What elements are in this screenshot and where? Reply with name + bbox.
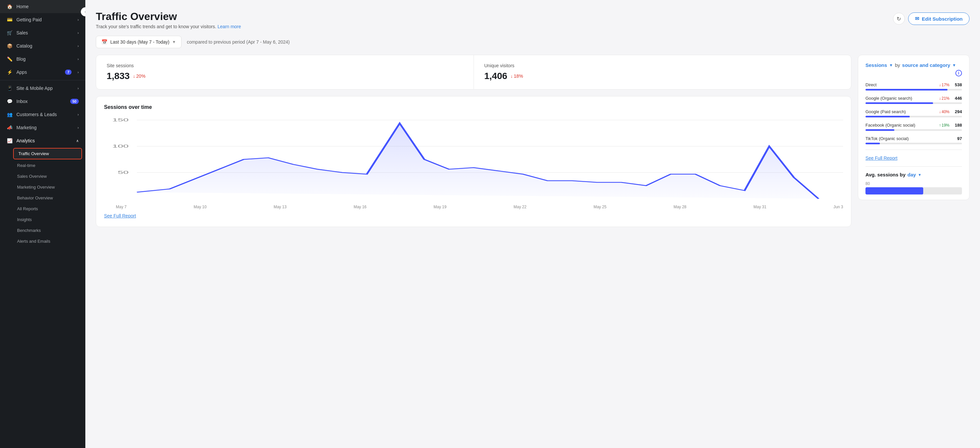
sub-item-label: Real-time [17, 163, 35, 168]
source-row-header: Google (Paid search) ↓ 40% 294 [865, 109, 962, 114]
compared-text: compared to previous period (Apr 7 - May… [187, 39, 290, 44]
x-label: May 13 [274, 205, 286, 209]
right-panel-header: Sessions ▼ by source and category ▼ i [865, 62, 962, 76]
by-label: by [895, 62, 900, 68]
sub-item-label: Benchmarks [17, 228, 41, 233]
source-row-header: Direct ↓ 17% 538 [865, 82, 962, 87]
chevron-right-icon: › [78, 126, 79, 130]
svg-text:50: 50 [118, 170, 129, 175]
sidebar-item-label: Getting Paid [16, 17, 42, 22]
apps-icon: ⚡ [6, 70, 13, 75]
sidebar-item-inbox[interactable]: 💬 Inbox 50 [0, 95, 85, 108]
sidebar-item-apps[interactable]: ⚡ Apps 7 › [0, 65, 85, 79]
x-label: May 31 [754, 205, 766, 209]
sidebar-sub-item-traffic-overview[interactable]: Traffic Overview [13, 148, 82, 159]
source-row-direct: Direct ↓ 17% 538 [865, 82, 962, 91]
sidebar-sub-item-alerts-emails[interactable]: Alerts and Emails [0, 236, 85, 247]
source-change: ↓ 40% [939, 110, 950, 114]
source-count: 294 [952, 109, 962, 114]
header-actions: ↻ ✉ Edit Subscription [893, 13, 969, 25]
avg-bar-fill [865, 187, 923, 194]
sidebar-item-home[interactable]: 🏠 Home [0, 0, 85, 13]
avg-value-label: 80 [865, 181, 962, 186]
main-content: Traffic Overview Track your site's traff… [85, 0, 980, 448]
page-title: Traffic Overview [96, 11, 241, 23]
source-bar-track [865, 143, 962, 144]
inbox-icon: 💬 [6, 99, 13, 104]
date-label: Last 30 days (May 7 - Today) [110, 39, 169, 44]
sub-item-label: All Reports [17, 206, 38, 211]
source-bar-fill [865, 116, 910, 118]
sidebar-item-label: Inbox [16, 99, 27, 104]
avg-bar-track [865, 187, 962, 194]
chevron-down-icon: ▼ [172, 40, 176, 44]
content-area: Traffic Overview Track your site's traff… [85, 0, 980, 448]
refresh-button[interactable]: ↻ [893, 13, 905, 25]
email-icon: ✉ [915, 16, 919, 22]
metric-card-sessions: Site sessions 1,833 ↓ 20% [96, 55, 474, 89]
sidebar-item-marketing[interactable]: 📣 Marketing › [0, 121, 85, 134]
avg-section-title: Avg. sessions by day ▼ [865, 172, 962, 178]
date-dropdown[interactable]: 📅 Last 30 days (May 7 - Today) ▼ [96, 36, 181, 48]
avg-title-label: Avg. sessions by [865, 172, 905, 178]
sidebar: ‹ 🏠 Home 💳 Getting Paid › 🛒 Sales › 📦 Ca… [0, 0, 85, 448]
sales-icon: 🛒 [6, 30, 13, 35]
sidebar-item-sales[interactable]: 🛒 Sales › [0, 26, 85, 39]
source-count: 188 [952, 123, 962, 127]
sidebar-item-customers-leads[interactable]: 👥 Customers & Leads › [0, 108, 85, 121]
sub-item-label: Insights [17, 217, 32, 222]
sessions-chart: 150 100 50 [104, 117, 843, 202]
customers-icon: 👥 [6, 112, 13, 117]
sidebar-sub-item-benchmarks[interactable]: Benchmarks [0, 225, 85, 236]
avg-day-dropdown[interactable]: day [907, 172, 916, 178]
chevron-right-icon: › [78, 57, 79, 61]
sidebar-item-analytics[interactable]: 📈 Analytics ∧ [0, 134, 85, 147]
source-name: TikTok (Organic social) [865, 136, 909, 141]
svg-text:100: 100 [112, 144, 129, 149]
catalog-icon: 📦 [6, 43, 13, 49]
source-bar-fill [865, 102, 933, 104]
getting-paid-icon: 💳 [6, 17, 13, 22]
sidebar-sub-item-real-time[interactable]: Real-time [0, 160, 85, 171]
learn-more-link[interactable]: Learn more [218, 24, 241, 29]
source-right: ↓ 40% 294 [939, 109, 962, 114]
page-header: Traffic Overview Track your site's traff… [96, 11, 969, 29]
source-bar-track [865, 102, 962, 104]
sidebar-item-label: Marketing [16, 125, 37, 130]
sidebar-item-blog[interactable]: ✏️ Blog › [0, 52, 85, 65]
sidebar-item-site-mobile[interactable]: 📱 Site & Mobile App › [0, 82, 85, 95]
category-dropdown-label[interactable]: source and category [902, 62, 950, 68]
chevron-right-icon: › [78, 113, 79, 116]
source-right: ↓ 17% 538 [939, 82, 962, 87]
source-count: 97 [952, 136, 962, 141]
sidebar-sub-item-all-reports[interactable]: All Reports [0, 203, 85, 214]
sub-item-label: Sales Overview [17, 174, 47, 179]
sidebar-item-catalog[interactable]: 📦 Catalog › [0, 39, 85, 52]
sidebar-item-getting-paid[interactable]: 💳 Getting Paid › [0, 13, 85, 26]
source-right: ↓ 21% 446 [939, 96, 962, 101]
source-bar-fill [865, 89, 948, 91]
info-icon[interactable]: i [955, 70, 962, 76]
source-row-tiktok: TikTok (Organic social) 97 [865, 136, 962, 144]
x-label: May 19 [434, 205, 446, 209]
arrow-down-icon: ↓ [511, 73, 513, 79]
calendar-icon: 📅 [102, 39, 108, 45]
source-change: ↓ 17% [939, 83, 950, 87]
sidebar-sub-item-marketing-overview[interactable]: Marketing Overview [0, 182, 85, 192]
source-row-google-organic: Google (Organic search) ↓ 21% 446 [865, 96, 962, 104]
source-bar-track [865, 116, 962, 118]
sidebar-sub-item-behavior-overview[interactable]: Behavior Overview [0, 192, 85, 203]
metric-label: Site sessions [107, 63, 463, 68]
chart-title: Sessions over time [104, 104, 843, 110]
chart-area: 150 100 50 [104, 117, 843, 202]
source-change: ↓ 21% [939, 96, 950, 101]
sidebar-sub-item-insights[interactable]: Insights [0, 214, 85, 225]
sessions-dropdown-label[interactable]: Sessions [865, 62, 887, 68]
edit-subscription-button[interactable]: ✉ Edit Subscription [908, 13, 969, 25]
chart-see-full-report[interactable]: See Full Report [104, 213, 136, 218]
source-name: Facebook (Organic social) [865, 123, 915, 127]
sidebar-sub-item-sales-overview[interactable]: Sales Overview [0, 171, 85, 182]
right-panel-see-full-report[interactable]: See Full Report [865, 156, 897, 161]
metric-label: Unique visitors [484, 63, 841, 68]
source-row-header: TikTok (Organic social) 97 [865, 136, 962, 141]
